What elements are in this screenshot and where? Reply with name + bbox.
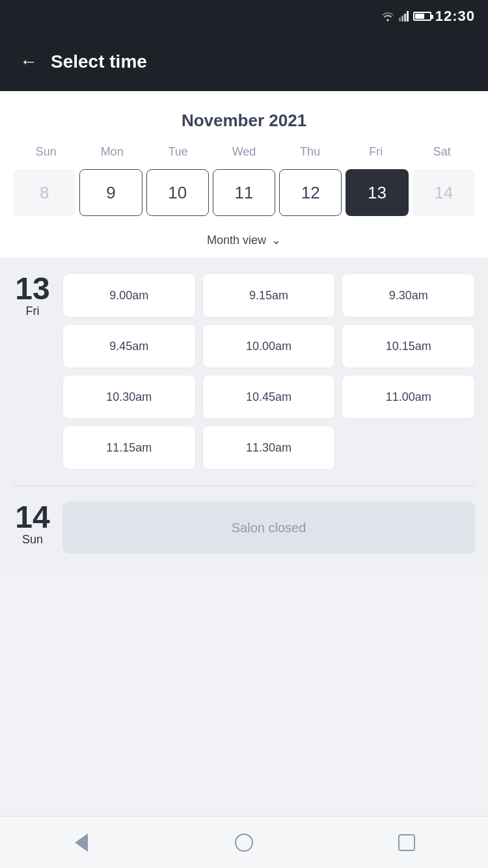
time-grid-13: 9.00am 9.15am 9.30am 9.45am 10.00am 10.1… [62, 273, 475, 470]
time-slot-1015am[interactable]: 10.15am [342, 324, 475, 368]
app-header: ← Select time [0, 33, 488, 91]
month-year: November 2021 [13, 104, 475, 141]
svg-rect-2 [404, 14, 406, 21]
battery-icon [413, 12, 431, 21]
wifi-icon [381, 11, 395, 21]
date-11[interactable]: 11 [213, 169, 275, 216]
day-number-13: 13 [13, 273, 52, 305]
recents-nav-button[interactable] [395, 831, 418, 854]
section-divider [13, 485, 475, 486]
date-13[interactable]: 13 [346, 169, 408, 216]
day-name-13: Fri [13, 305, 52, 318]
time-section: 13 Fri 9.00am 9.15am 9.30am 9.45am 10.00… [0, 258, 488, 569]
date-row: 8 9 10 11 12 13 14 [13, 169, 475, 225]
svg-rect-1 [401, 16, 403, 21]
day-header-wed: Wed [211, 141, 277, 163]
time-slot-1100am[interactable]: 11.00am [342, 375, 475, 419]
time-slot-1000am[interactable]: 10.00am [202, 324, 336, 368]
day-label-14: 14 Sun [13, 502, 52, 547]
day-row-13: 13 Fri 9.00am 9.15am 9.30am 9.45am 10.00… [13, 273, 475, 470]
day-header-sun: Sun [13, 141, 79, 163]
back-nav-icon [75, 834, 88, 852]
day-header-sat: Sat [409, 141, 475, 163]
salon-closed-message: Salon closed [62, 502, 475, 554]
time-slot-930am[interactable]: 9.30am [342, 273, 475, 318]
time-slot-900am[interactable]: 9.00am [62, 273, 196, 318]
back-nav-button[interactable] [70, 831, 93, 854]
date-10[interactable]: 10 [146, 169, 209, 216]
status-icons: 12:30 [381, 8, 475, 25]
date-8[interactable]: 8 [13, 169, 75, 216]
time-slot-1115am[interactable]: 11.15am [62, 426, 196, 470]
date-9[interactable]: 9 [79, 169, 142, 216]
day-headers: Sun Mon Tue Wed Thu Fri Sat [13, 141, 475, 163]
recents-nav-icon [398, 834, 415, 851]
home-nav-button[interactable] [232, 831, 256, 854]
calendar-section: November 2021 Sun Mon Tue Wed Thu Fri Sa… [0, 91, 488, 258]
home-nav-icon [235, 834, 253, 852]
day-number-14: 14 [13, 502, 52, 533]
day-label-13: 13 Fri [13, 273, 52, 318]
time-slot-1030am[interactable]: 10.30am [62, 375, 196, 419]
signal-icon [399, 11, 409, 21]
day-header-tue: Tue [145, 141, 211, 163]
time-slot-1130am[interactable]: 11.30am [202, 426, 336, 470]
closed-block-14: 14 Sun Salon closed [13, 502, 475, 554]
month-view-label: Month view [207, 234, 266, 247]
date-12[interactable]: 12 [279, 169, 342, 216]
day-header-thu: Thu [277, 141, 343, 163]
day-block-13: 13 Fri 9.00am 9.15am 9.30am 9.45am 10.00… [13, 273, 475, 470]
status-bar: 12:30 [0, 0, 488, 33]
date-14[interactable]: 14 [413, 169, 475, 216]
svg-rect-0 [399, 18, 401, 21]
status-time: 12:30 [435, 8, 475, 25]
svg-rect-3 [407, 11, 409, 21]
page-title: Select time [51, 51, 147, 72]
bottom-navigation [0, 816, 488, 868]
time-slot-1045am[interactable]: 10.45am [202, 375, 336, 419]
day-header-mon: Mon [79, 141, 144, 163]
time-slot-915am[interactable]: 9.15am [202, 273, 336, 318]
chevron-down-icon: ⌄ [271, 233, 281, 247]
time-slot-945am[interactable]: 9.45am [62, 324, 196, 368]
back-button[interactable]: ← [20, 53, 38, 71]
day-block-14: 14 Sun Salon closed [13, 502, 475, 554]
day-header-fri: Fri [343, 141, 409, 163]
day-name-14: Sun [13, 533, 52, 547]
month-view-toggle[interactable]: Month view ⌄ [13, 225, 475, 258]
